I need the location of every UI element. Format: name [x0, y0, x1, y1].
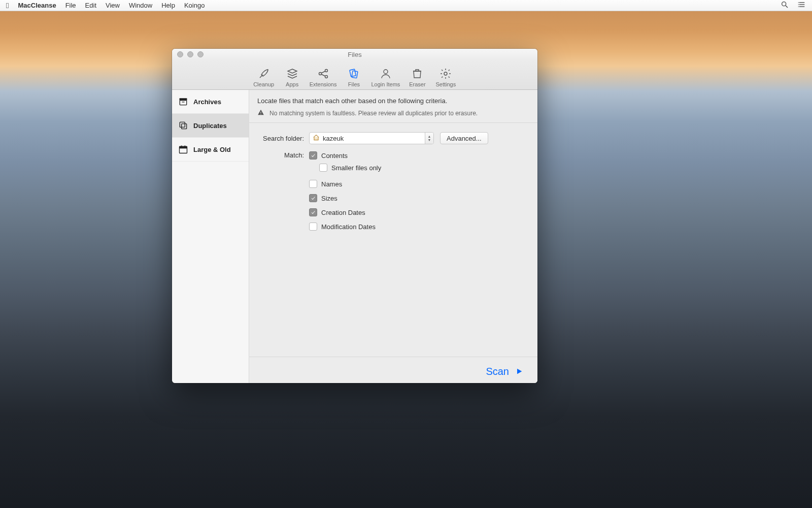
svg-point-9 [319, 73, 321, 75]
feather-icon [257, 67, 270, 80]
match-creation-label: Creation Dates [321, 209, 365, 216]
app-window: Files Cleanup Apps Extensions Files [172, 49, 537, 383]
toolbar-login-items[interactable]: Login Items [371, 67, 400, 87]
toolbar-cleanup[interactable]: Cleanup [253, 67, 275, 87]
toolbar-settings-label: Settings [435, 81, 456, 87]
match-contents-label: Contents [321, 152, 348, 160]
svg-rect-22 [182, 124, 187, 129]
svg-rect-14 [350, 69, 356, 77]
match-sizes-label: Sizes [321, 195, 337, 202]
svg-point-7 [798, 6, 799, 7]
svg-rect-21 [180, 122, 185, 127]
panel-footer: Scan [249, 357, 537, 383]
match-sizes-row[interactable]: Sizes [309, 194, 529, 202]
svg-line-12 [321, 71, 325, 73]
svg-point-11 [325, 76, 327, 78]
match-smaller-row[interactable]: Smaller files only [319, 164, 529, 172]
toolbar-extensions-label: Extensions [310, 81, 337, 87]
toolbar-eraser[interactable]: Eraser [406, 67, 428, 87]
scan-button-label: Scan [486, 366, 509, 377]
match-contents-row[interactable]: Contents [309, 151, 529, 160]
sidebar-item-archives[interactable]: Archives [172, 90, 249, 114]
match-modification-row[interactable]: Modification Dates [309, 223, 529, 231]
apps-icon [286, 67, 299, 80]
panel-form: Search folder: kazeuk ▲▼ Advanced... Mat… [249, 123, 537, 357]
minimize-window-button[interactable] [187, 51, 193, 57]
menubar-right [781, 1, 806, 10]
window-body: Archives Duplicates Large & Old Locate f… [172, 90, 537, 383]
match-sizes-checkbox[interactable] [309, 194, 317, 202]
panel-warning: No matching system is faultless. Please … [249, 109, 537, 123]
menu-edit[interactable]: Edit [85, 2, 96, 9]
toolbar-apps[interactable]: Apps [281, 67, 303, 87]
window-title: Files [348, 51, 361, 58]
match-smaller-checkbox[interactable] [319, 164, 327, 172]
sidebar-item-duplicates[interactable]: Duplicates [172, 114, 249, 138]
search-folder-row: Search folder: kazeuk ▲▼ Advanced... [257, 132, 529, 144]
search-folder-value: kazeuk [323, 135, 344, 142]
toolbar-settings[interactable]: Settings [434, 67, 457, 87]
search-folder-select[interactable]: kazeuk ▲▼ [309, 132, 434, 144]
match-modification-label: Modification Dates [321, 223, 376, 231]
play-icon [515, 367, 523, 376]
window-titlebar[interactable]: Files [172, 49, 537, 60]
toolbar-apps-label: Apps [286, 81, 298, 87]
menu-help[interactable]: Help [161, 2, 175, 9]
match-names-label: Names [321, 180, 342, 188]
svg-line-13 [321, 74, 325, 76]
toolbar-extensions[interactable]: Extensions [310, 67, 337, 87]
svg-rect-24 [180, 146, 187, 148]
svg-rect-28 [260, 114, 261, 114]
advanced-button-label: Advanced... [447, 135, 482, 142]
svg-point-5 [798, 2, 799, 3]
match-options: Contents Smaller files only Names S [309, 151, 529, 237]
files-icon [347, 67, 360, 80]
sidebar-item-large-old[interactable]: Large & Old [172, 138, 249, 162]
scan-button[interactable]: Scan [486, 366, 523, 377]
match-names-row[interactable]: Names [309, 180, 529, 188]
svg-point-10 [325, 70, 327, 72]
match-row: Match: Contents Smaller files only Na [257, 151, 529, 237]
panel-warning-text: No matching system is faultless. Please … [269, 110, 478, 117]
menu-koingo[interactable]: Koingo [184, 2, 205, 9]
duplicates-panel: Locate files that match each other based… [249, 90, 537, 383]
match-names-checkbox[interactable] [309, 180, 317, 188]
advanced-button[interactable]: Advanced... [440, 132, 488, 144]
menu-view[interactable]: View [106, 2, 120, 9]
spotlight-search-icon[interactable] [781, 1, 789, 10]
toolbar-cleanup-label: Cleanup [253, 81, 274, 87]
zoom-window-button[interactable] [197, 51, 204, 57]
home-folder-icon [313, 134, 320, 143]
sidebar-item-large-old-label: Large & Old [193, 146, 231, 153]
menubar-left:  MacCleanse File Edit View Window Help … [6, 2, 205, 9]
match-contents-checkbox[interactable] [309, 151, 317, 160]
svg-rect-19 [180, 101, 186, 105]
menu-file[interactable]: File [65, 2, 76, 9]
match-smaller-label: Smaller files only [331, 164, 381, 172]
search-folder-label: Search folder: [257, 135, 309, 142]
warning-triangle-icon [257, 109, 264, 117]
close-window-button[interactable] [177, 51, 183, 57]
sidebar-item-duplicates-label: Duplicates [193, 122, 227, 130]
calendar-icon [178, 144, 188, 154]
svg-point-6 [798, 4, 799, 5]
toolbar-files-label: Files [348, 81, 360, 87]
sidebar: Archives Duplicates Large & Old [172, 90, 249, 383]
duplicates-icon [178, 120, 188, 131]
toolbar-files[interactable]: Files [343, 67, 365, 87]
notification-center-icon[interactable] [798, 1, 806, 10]
menu-window[interactable]: Window [129, 2, 152, 9]
svg-rect-15 [352, 71, 358, 78]
select-stepper-icon: ▲▼ [425, 133, 433, 144]
match-modification-checkbox[interactable] [309, 223, 317, 231]
apple-menu-icon[interactable]:  [6, 2, 9, 9]
menubar-app-name[interactable]: MacCleanse [18, 2, 56, 9]
gear-icon [439, 67, 452, 80]
share-icon [317, 67, 330, 80]
svg-rect-27 [260, 112, 261, 113]
match-creation-checkbox[interactable] [309, 208, 317, 216]
toolbar-eraser-label: Eraser [409, 81, 425, 87]
match-creation-row[interactable]: Creation Dates [309, 208, 529, 216]
svg-point-0 [782, 2, 786, 6]
traffic-lights [177, 51, 204, 57]
